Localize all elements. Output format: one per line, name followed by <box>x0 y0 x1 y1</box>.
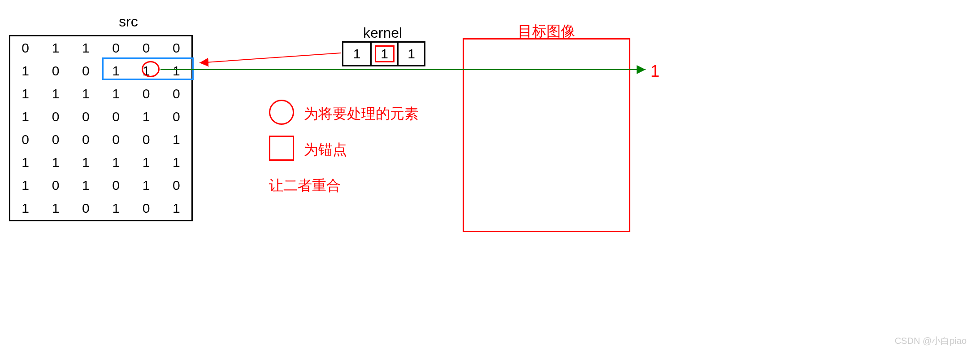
matrix-cell: 1 <box>10 151 40 174</box>
matrix-cell: 0 <box>10 128 40 151</box>
matrix-cell: 0 <box>101 36 131 59</box>
matrix-cell: 1 <box>71 82 101 105</box>
matrix-cell: 0 <box>131 82 161 105</box>
matrix-cell: 0 <box>40 105 70 128</box>
matrix-cell: 1 <box>71 174 101 197</box>
matrix-cell: 1 <box>161 151 191 174</box>
legend-square-text: 为锚点 <box>304 140 347 160</box>
matrix-cell: 1 <box>10 59 40 82</box>
matrix-cell: 1 <box>161 128 191 151</box>
matrix-cell: 1 <box>10 82 40 105</box>
matrix-cell: 0 <box>40 128 70 151</box>
matrix-cell: 1 <box>10 174 40 197</box>
matrix-cell: 0 <box>161 105 191 128</box>
matrix-cell: 0 <box>131 197 161 220</box>
matrix-cell: 0 <box>131 128 161 151</box>
matrix-cell: 0 <box>161 174 191 197</box>
matrix-cell: 1 <box>71 151 101 174</box>
legend-circle-icon <box>269 100 294 125</box>
matrix-cell: 0 <box>161 82 191 105</box>
matrix-cell: 0 <box>40 174 70 197</box>
matrix-cell: 0 <box>10 36 40 59</box>
matrix-cell: 1 <box>101 82 131 105</box>
matrix-cell: 0 <box>71 59 101 82</box>
matrix-cell: 1 <box>131 105 161 128</box>
matrix-cell: 0 <box>71 197 101 220</box>
kernel-cell: 1 <box>370 43 397 65</box>
matrix-cell: 0 <box>131 36 161 59</box>
src-label: src <box>119 13 138 30</box>
kernel-cell: 1 <box>343 43 370 65</box>
matrix-cell: 1 <box>10 197 40 220</box>
matrix-cell: 1 <box>40 151 70 174</box>
matrix-cell: 1 <box>71 36 101 59</box>
watermark: CSDN @小白piao <box>895 335 967 347</box>
processing-element-circle <box>142 61 160 77</box>
kernel-to-src-arrow <box>199 53 341 63</box>
matrix-cell: 1 <box>101 151 131 174</box>
legend-square-icon <box>269 136 294 161</box>
legend-overlap-text: 让二者重合 <box>269 176 341 196</box>
matrix-cell: 0 <box>161 36 191 59</box>
matrix-cell: 1 <box>40 197 70 220</box>
matrix-cell: 0 <box>101 128 131 151</box>
matrix-cell: 1 <box>131 151 161 174</box>
matrix-cell: 1 <box>101 197 131 220</box>
kernel-box: 111 <box>342 41 425 66</box>
result-value: 1 <box>650 62 659 81</box>
matrix-cell: 0 <box>71 105 101 128</box>
matrix-cell: 0 <box>101 105 131 128</box>
kernel-cell: 1 <box>397 43 424 65</box>
matrix-cell: 1 <box>161 197 191 220</box>
matrix-cell: 0 <box>40 59 70 82</box>
matrix-cell: 1 <box>40 36 70 59</box>
target-image-box <box>463 38 630 232</box>
matrix-cell: 0 <box>71 128 101 151</box>
matrix-cell: 1 <box>40 82 70 105</box>
matrix-cell: 0 <box>101 174 131 197</box>
matrix-cell: 1 <box>131 174 161 197</box>
kernel-label: kernel <box>363 25 402 41</box>
matrix-cell: 1 <box>10 105 40 128</box>
legend-circle-text: 为将要处理的元素 <box>304 104 419 124</box>
kernel-anchor-box <box>375 45 395 62</box>
